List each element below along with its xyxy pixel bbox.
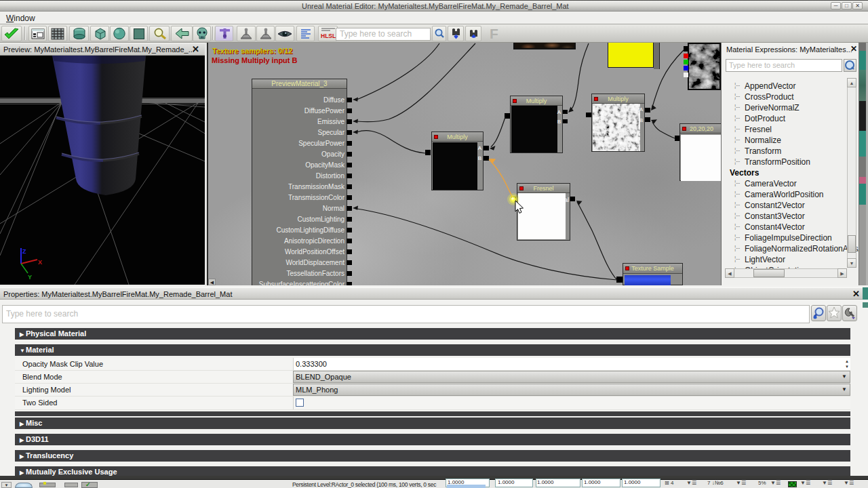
svg-text:Z: Z bbox=[22, 248, 26, 255]
svg-text:X: X bbox=[38, 259, 42, 266]
svg-text:HLSL: HLSL bbox=[321, 33, 336, 39]
svg-text:Y: Y bbox=[28, 274, 32, 281]
